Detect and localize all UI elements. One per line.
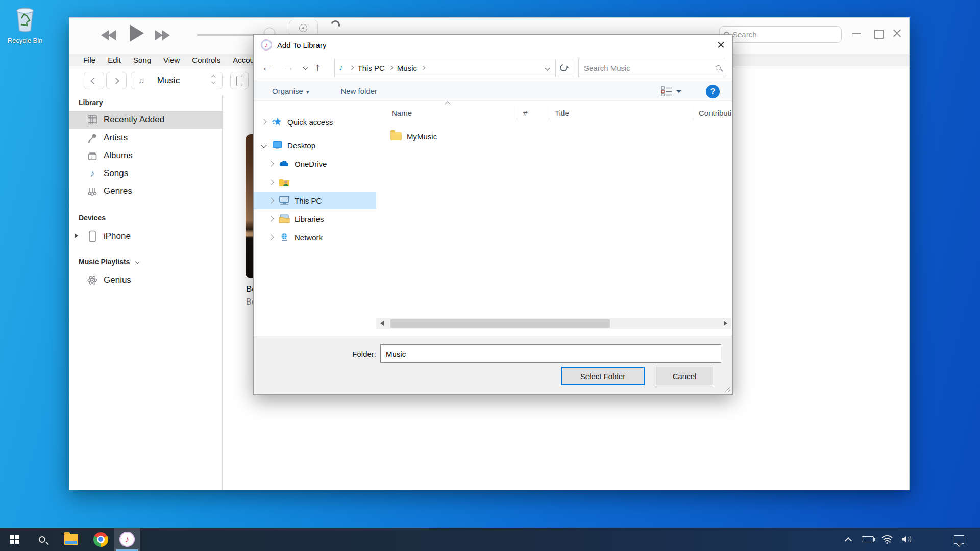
media-kind-selector[interactable]: ♫ Music: [131, 72, 223, 89]
itunes-search-input[interactable]: [732, 30, 819, 39]
chevron-right-icon[interactable]: [268, 197, 274, 203]
recent-locations-chevron-icon[interactable]: [303, 65, 308, 70]
wifi-icon: [881, 534, 893, 544]
sync-arrow-icon: [329, 19, 341, 31]
new-folder-button[interactable]: New folder: [340, 87, 377, 95]
rewind-icon[interactable]: [108, 30, 116, 40]
menu-file[interactable]: File: [83, 56, 95, 64]
file-list: Name # Title Contributi MyMusic: [376, 101, 732, 337]
forward-button[interactable]: [106, 72, 127, 89]
tree-item-user-folder[interactable]: [254, 173, 376, 191]
horizontal-scrollbar[interactable]: [376, 318, 731, 329]
add-to-library-dialog: ♪ Add To Library ← → ↑ ♪ This PC Music: [253, 34, 733, 395]
iphone-icon: [236, 76, 242, 86]
breadcrumb-music[interactable]: Music: [397, 64, 417, 72]
dialog-search-box[interactable]: [578, 59, 726, 77]
address-dropdown-chevron-icon[interactable]: [545, 65, 550, 70]
help-button[interactable]: ?: [706, 85, 720, 98]
network-status[interactable]: [878, 528, 896, 551]
dialog-nav-row: ← → ↑ ♪ This PC Music: [254, 55, 732, 81]
cancel-button[interactable]: Cancel: [656, 367, 713, 385]
chrome-icon: [93, 532, 108, 547]
itunes-search-box[interactable]: [719, 26, 842, 43]
up-arrow-icon[interactable]: ↑: [315, 61, 321, 73]
taskbar-search-button[interactable]: [29, 528, 55, 551]
tree-item-onedrive[interactable]: OneDrive: [254, 155, 376, 172]
scroll-right-arrow-icon[interactable]: [724, 321, 727, 326]
details-view-button[interactable]: [661, 86, 682, 98]
forward-arrow-icon[interactable]: →: [283, 61, 294, 73]
sidebar-playlists-header[interactable]: Music Playlists: [79, 258, 139, 266]
taskbar-itunes-button[interactable]: ♪: [114, 528, 140, 551]
taskbar-file-explorer-button[interactable]: [58, 528, 84, 551]
fast-forward-icon[interactable]: [155, 30, 163, 40]
sidebar-item-songs[interactable]: ♪ Songs: [69, 164, 223, 182]
sidebar-item-recently-added[interactable]: Recently Added: [69, 111, 223, 129]
chevron-right-icon[interactable]: [268, 234, 274, 240]
rewind-icon[interactable]: [101, 30, 109, 40]
sidebar-item-genres[interactable]: Genres: [69, 182, 223, 200]
libraries-icon: [278, 214, 290, 223]
menu-controls[interactable]: Controls: [192, 56, 220, 64]
select-folder-button[interactable]: Select Folder: [561, 367, 645, 385]
close-button[interactable]: [890, 29, 905, 38]
fast-forward-icon[interactable]: [162, 30, 170, 40]
tree-item-network[interactable]: Network: [254, 229, 376, 246]
chevron-expanded-icon[interactable]: [261, 142, 266, 148]
disclosure-triangle-icon[interactable]: [75, 233, 78, 238]
column-contributing[interactable]: Contributi: [699, 109, 732, 117]
breadcrumb-this-pc[interactable]: This PC: [358, 64, 385, 72]
maximize-button[interactable]: [871, 29, 886, 38]
tree-item-quick-access[interactable]: Quick access: [254, 113, 376, 131]
action-center-button[interactable]: [947, 528, 971, 551]
battery-status[interactable]: [859, 528, 877, 551]
menu-song[interactable]: Song: [133, 56, 151, 64]
dialog-titlebar[interactable]: ♪ Add To Library: [254, 35, 732, 55]
device-button[interactable]: [230, 72, 249, 89]
menu-edit[interactable]: Edit: [108, 56, 121, 64]
folder-name-input[interactable]: [380, 344, 721, 363]
sidebar-item-artists[interactable]: Artists: [69, 129, 223, 146]
dialog-search-input[interactable]: [584, 64, 716, 72]
folder-icon: [390, 132, 402, 140]
show-hidden-icons-button[interactable]: [839, 528, 857, 551]
play-icon[interactable]: [130, 24, 144, 42]
chevron-right-icon[interactable]: [261, 119, 266, 124]
start-button[interactable]: [2, 528, 28, 551]
chevron-right-icon[interactable]: [268, 161, 274, 166]
column-number[interactable]: #: [523, 109, 527, 117]
dialog-close-button[interactable]: [709, 35, 732, 55]
refresh-button[interactable]: [556, 59, 572, 77]
column-name[interactable]: Name: [391, 109, 412, 117]
scroll-left-arrow-icon[interactable]: [380, 321, 384, 326]
notification-icon: [954, 535, 964, 544]
sidebar-item-iphone[interactable]: iPhone: [69, 227, 223, 245]
organise-menu[interactable]: Organise▾: [272, 87, 309, 95]
scrollbar-thumb[interactable]: [390, 319, 610, 328]
itunes-sidebar: Library Recently Added Artists ♪ Albums: [69, 95, 223, 490]
refresh-icon: [558, 63, 569, 73]
resize-grip[interactable]: [724, 386, 730, 392]
taskbar-chrome-button[interactable]: [88, 528, 113, 551]
column-divider: [549, 106, 549, 120]
sidebar-item-albums[interactable]: ♪ Albums: [69, 146, 223, 164]
tree-item-desktop[interactable]: Desktop: [254, 137, 376, 154]
address-bar[interactable]: ♪ This PC Music: [334, 59, 556, 77]
menu-view[interactable]: View: [163, 56, 180, 64]
volume-control[interactable]: [897, 528, 916, 551]
minimize-button[interactable]: [849, 29, 865, 38]
chevron-right-icon[interactable]: [268, 179, 274, 185]
sidebar-library-header: Library: [79, 98, 103, 107]
chevron-right-icon: [113, 78, 119, 84]
sidebar-item-genius[interactable]: Genius: [69, 271, 223, 289]
tree-item-libraries[interactable]: Libraries: [254, 210, 376, 228]
recycle-bin-shortcut[interactable]: Recycle Bin: [4, 4, 46, 44]
back-button[interactable]: [84, 72, 104, 89]
file-row-mymusic[interactable]: MyMusic: [376, 128, 732, 145]
back-arrow-icon[interactable]: ←: [262, 61, 273, 73]
itunes-app-icon: ♪: [261, 39, 272, 51]
column-title[interactable]: Title: [555, 109, 569, 117]
tree-item-this-pc[interactable]: This PC: [254, 192, 376, 209]
battery-icon: [862, 536, 874, 542]
chevron-right-icon[interactable]: [268, 216, 274, 221]
